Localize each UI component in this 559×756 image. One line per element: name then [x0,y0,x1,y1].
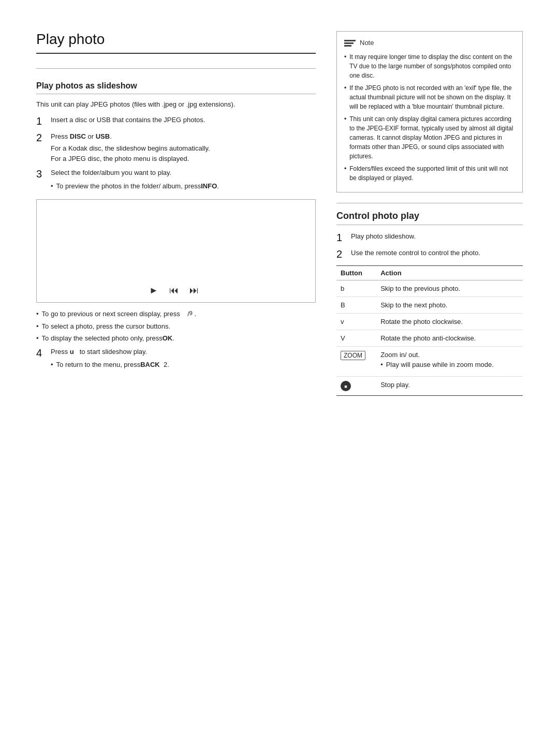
control-step1-num: 1 [336,231,351,244]
step4-text: Press u to start slideshow play. [51,348,147,355]
step3-text: Select the folder/album you want to play… [51,169,171,176]
btn-b-small: b [336,280,376,297]
after-bullet-3: To display the selected photo only, pres… [36,333,316,344]
section1-intro: This unit can play JPEG photos (files wi… [36,99,316,110]
control-step1-text: Play photo slideshow. [351,231,523,242]
step4-num: 4 [36,347,51,359]
note-item-3: This unit can only display digital camer… [344,114,515,161]
control-step-1: 1 Play photo slideshow. [336,231,523,244]
step2-or: or [86,132,96,140]
table-row: v Rotate the photo clockwise. [336,314,523,330]
note-item-1: It may require longer time to display th… [344,52,515,80]
step2-usb: USB [96,132,110,140]
note-label: Note [360,38,374,48]
page-title: Play photo [36,31,316,54]
btn-zoom: ZOOM [336,347,376,377]
table-row: ZOOM Zoom in/ out. Play will pause while… [336,347,523,377]
step3-bullets: To preview the photos in the folder/ alb… [51,181,316,191]
step3-num: 3 [36,168,51,180]
stop-circle-icon: ■ [341,381,351,391]
zoom-line1: Zoom in/ out. [380,351,519,359]
action-b-small: Skip to the previous photo. [376,280,523,297]
image-placeholder: ► ⏮ ⏭ [36,199,316,303]
action-B-large: Skip to the next photo. [376,297,523,314]
step2-sub2: For a JPEG disc, the photo menu is displ… [51,154,316,164]
step-3: 3 Select the folder/album you want to pl… [36,168,316,193]
note-box: Note It may require longer time to displ… [336,31,523,192]
btn-V-large: V [336,330,376,347]
table-row: b Skip to the previous photo. [336,280,523,297]
step3-content: Select the folder/album you want to play… [51,168,316,193]
table-row: V Rotate the photo anti-clockwise. [336,330,523,347]
stop-square-icon: ■ [344,383,347,389]
control-table: Button Action b Skip to the previous pho… [336,265,523,396]
note-items: It may require longer time to display th… [344,52,515,183]
after-bullet-1: To go to previous or next screen display… [36,309,316,319]
action-V-large: Rotate the photo anti-clockwise. [376,330,523,347]
step1-num: 1 [36,115,51,127]
step2-period: . [110,132,112,140]
after-image-bullets: To go to previous or next screen display… [36,309,316,344]
btn-B-large: B [336,297,376,314]
step-4: 4 Press u to start slideshow play. To re… [36,347,316,372]
note-item-2: If the JPEG photo is not recorded with a… [344,83,515,111]
step3-bullet1: To preview the photos in the folder/ alb… [51,181,316,191]
table-row: ■ Stop play. [336,376,523,395]
zoom-bullets: Play will pause while in zoom mode. [380,360,519,370]
zoom-bullet: Play will pause while in zoom mode. [380,360,519,370]
step4-content: Press u to start slideshow play. To retu… [51,347,316,372]
section1-heading: Play photos as slideshow [36,81,316,94]
control-steps: 1 Play photo slideshow. 2 Use the remote… [336,231,523,260]
step2-num: 2 [36,131,51,144]
btn-v-small: v [336,314,376,330]
steps-list: 1 Insert a disc or USB that contains the… [36,115,316,194]
left-column: Play photo Play photos as slideshow This… [36,31,316,396]
btn-stop: ■ [336,376,376,395]
control-step-2: 2 Use the remote control to control the … [336,248,523,260]
control-step2-text: Use the remote control to control the ph… [351,248,523,258]
step4-bullets: To return to the menu, press BACK 2. [51,360,316,370]
step2-content: Press DISC or USB. For a Kodak disc, the… [51,131,316,164]
note-item-4: Folders/files exceed the supported limit… [344,164,515,183]
note-header: Note [344,38,515,48]
note-icon [344,40,356,47]
action-zoom: Zoom in/ out. Play will pause while in z… [376,347,523,377]
step2-press: Press [51,132,70,140]
col-action: Action [376,266,523,280]
step2-disc: DISC [70,132,86,140]
after-bullet-2: To select a photo, press the cursor butt… [36,321,316,332]
step-1: 1 Insert a disc or USB that contains the… [36,115,316,127]
step4-list: 4 Press u to start slideshow play. To re… [36,347,316,372]
step4-bullet1: To return to the menu, press BACK 2. [51,360,316,370]
right-column: Note It may require longer time to displ… [336,31,523,396]
section2-heading: Control photo play [336,211,523,225]
step1-content: Insert a disc or USB that contains the J… [51,115,316,125]
zoom-label: ZOOM [341,351,365,360]
col-button: Button [336,266,376,280]
step2-sub1: For a Kodak disc, the slideshow begins a… [51,143,316,154]
control-step2-num: 2 [336,248,351,260]
playback-icons: ► ⏮ ⏭ [149,285,203,296]
table-row: B Skip to the next photo. [336,297,523,314]
step-2: 2 Press DISC or USB. For a Kodak disc, t… [36,131,316,164]
action-stop: Stop play. [376,376,523,395]
action-v-small: Rotate the photo clockwise. [376,314,523,330]
